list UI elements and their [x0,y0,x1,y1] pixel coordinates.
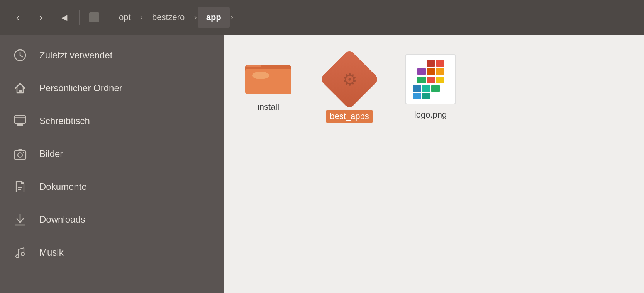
breadcrumb: opt › bestzero › app › [110,7,636,28]
desktop-icon [12,112,29,129]
breadcrumb-app[interactable]: app [198,7,230,28]
breadcrumb-arrow-3: › [230,12,233,22]
svg-rect-30 [436,77,444,83]
svg-rect-25 [417,68,426,75]
sidebar-label-pictures: Bilder [39,148,63,159]
logo-icon [405,54,456,104]
sidebar-label-downloads: Downloads [39,214,85,225]
svg-rect-22 [246,65,261,67]
svg-point-10 [18,153,22,157]
svg-rect-29 [427,77,435,83]
sidebar-item-desktop[interactable]: Schreibtisch [0,104,224,137]
file-item-install[interactable]: install [239,50,297,116]
file-area: install best_apps [224,35,644,293]
svg-rect-24 [436,60,444,67]
back-button[interactable]: ‹ [8,7,28,27]
svg-rect-34 [413,93,421,99]
svg-rect-35 [422,93,430,99]
home-icon [12,80,29,97]
sidebar-item-pictures[interactable]: Bilder [0,137,224,170]
forward-button[interactable]: › [31,7,51,27]
svg-rect-26 [427,68,435,75]
sidebar-label-recent: Zuletzt verwendet [39,50,112,61]
diamond-shape [319,49,380,109]
breadcrumb-arrow-2: › [194,12,197,22]
file-label-best-apps: best_apps [326,110,373,123]
camera-icon [12,145,29,162]
file-label-install: install [258,102,279,112]
up-button[interactable]: ◀ [54,7,74,27]
svg-line-6 [20,55,22,57]
svg-point-21 [252,72,269,79]
download-icon [12,211,29,228]
breadcrumb-arrow-1: › [140,12,143,22]
sidebar-item-downloads[interactable]: Downloads [0,203,224,236]
sidebar-item-music[interactable]: Musik [0,236,224,269]
sidebar-item-home[interactable]: Persönlicher Ordner [0,72,224,104]
folder-icon [243,54,293,97]
svg-rect-33 [431,85,440,92]
sidebar: Zuletzt verwendet Persönlicher Ordner [0,35,224,293]
svg-rect-20 [245,69,291,94]
clock-icon [12,47,29,64]
svg-rect-28 [417,77,426,83]
svg-rect-2 [90,17,98,17]
sidebar-item-recent[interactable]: Zuletzt verwendet [0,39,224,72]
svg-rect-23 [427,60,435,67]
toolbar-separator [79,10,80,25]
file-item-logo[interactable]: logo.png [402,50,459,124]
svg-rect-3 [90,19,96,19]
svg-rect-1 [90,15,98,15]
document-icon [12,178,29,195]
breadcrumb-bestzero[interactable]: bestzero [144,7,193,28]
svg-point-11 [23,152,24,153]
sidebar-label-home: Persönlicher Ordner [39,83,122,94]
svg-rect-31 [413,85,421,92]
svg-rect-27 [436,68,444,75]
sidebar-label-documents: Dokumente [39,181,87,192]
sidebar-label-music: Musik [39,247,64,258]
app-icon [324,54,375,104]
location-button[interactable] [84,7,104,27]
breadcrumb-opt[interactable]: opt [110,7,139,28]
sidebar-label-desktop: Schreibtisch [39,116,90,126]
svg-rect-7 [19,90,22,93]
sidebar-item-documents[interactable]: Dokumente [0,170,224,203]
toolbar: ‹ › ◀ opt › bestzero › app › [0,0,644,35]
svg-rect-8 [17,124,23,126]
music-icon [12,244,29,261]
file-label-logo: logo.png [414,110,447,120]
file-item-best-apps[interactable]: best_apps [320,50,378,127]
svg-rect-9 [14,151,26,159]
svg-rect-32 [422,85,430,92]
main-area: Zuletzt verwendet Persönlicher Ordner [0,35,644,293]
